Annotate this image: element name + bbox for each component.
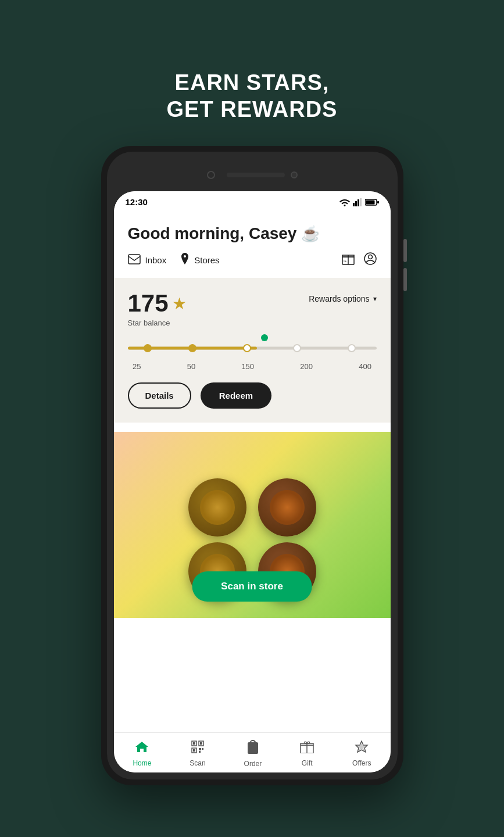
battery-icon	[365, 198, 379, 206]
app-content[interactable]: Good morning, Casey ☕	[114, 210, 391, 732]
label-200: 200	[300, 362, 313, 371]
svg-rect-1	[355, 201, 357, 206]
action-buttons: Details Redeem	[128, 382, 377, 409]
status-icons	[339, 198, 379, 206]
gift-icon	[300, 741, 314, 757]
order-icon	[248, 740, 258, 757]
svg-rect-7	[128, 255, 140, 264]
nav-scan-label: Scan	[190, 759, 205, 767]
phone-outer: 12:30	[101, 146, 403, 785]
greeting-text: Good morning, Casey ☕	[128, 224, 377, 243]
nav-links: Inbox Stores	[128, 252, 377, 267]
greeting-label: Good morning, Casey	[128, 224, 297, 243]
profile-icon[interactable]	[364, 252, 377, 267]
progress-labels: 25 50 150 200 400	[128, 360, 377, 371]
label-150: 150	[241, 362, 254, 371]
svg-rect-21	[202, 748, 203, 750]
dot-150	[243, 344, 251, 352]
signal-icon	[353, 198, 362, 206]
svg-rect-2	[358, 199, 359, 206]
phone-notch-area	[107, 159, 398, 191]
volume-button-2[interactable]	[403, 268, 407, 291]
location-icon	[180, 253, 190, 267]
nav-home-label: Home	[133, 759, 151, 767]
dot-25	[144, 344, 152, 352]
label-25: 25	[133, 362, 141, 371]
stars-section: 175 ★ Star balance Rewards options ▾	[114, 278, 391, 423]
coffee-emoji: ☕	[301, 225, 320, 243]
greeting-section: Good morning, Casey ☕	[114, 210, 391, 277]
svg-text:G.: G.	[344, 259, 348, 263]
current-position-marker	[261, 334, 268, 341]
progress-bar-container	[128, 337, 377, 360]
status-bar: 12:30	[114, 191, 391, 210]
nav-icons-right: G.	[342, 252, 377, 267]
nav-offers-label: Offers	[352, 759, 371, 767]
stores-link[interactable]: Stores	[180, 253, 219, 267]
rewards-options-text: Rewards options	[309, 294, 369, 303]
scan-in-store-button[interactable]: Scan in store	[192, 571, 312, 602]
home-icon	[135, 741, 149, 757]
nav-item-offers[interactable]: Offers	[345, 741, 378, 767]
nav-item-home[interactable]: Home	[126, 741, 158, 767]
camera-left	[207, 171, 215, 179]
offers-icon	[355, 741, 369, 757]
hero-section: EARN STARS, GET REWARDS	[167, 0, 338, 123]
nav-item-scan[interactable]: Scan	[183, 741, 212, 767]
stores-label: Stores	[194, 255, 219, 265]
progress-section: 25 50 150 200 400	[128, 337, 377, 371]
volume-button-1[interactable]	[403, 239, 407, 262]
status-time: 12:30	[126, 197, 148, 207]
hero-title: EARN STARS, GET REWARDS	[167, 70, 338, 123]
nav-item-order[interactable]: Order	[237, 740, 269, 768]
svg-rect-6	[377, 201, 379, 203]
redeem-button[interactable]: Redeem	[201, 382, 271, 409]
rewards-options-btn[interactable]: Rewards options ▾	[309, 294, 376, 303]
stars-header: 175 ★ Star balance Rewards options ▾	[128, 289, 377, 327]
label-50: 50	[187, 362, 195, 371]
svg-rect-5	[366, 200, 374, 204]
star-balance-left: 175 ★ Star balance	[128, 289, 187, 327]
label-400: 400	[359, 362, 371, 371]
dot-200	[293, 344, 301, 352]
nav-item-gift[interactable]: Gift	[293, 741, 321, 767]
food-banner: Scan in store	[114, 432, 391, 618]
star-number: 175	[128, 289, 169, 317]
speaker	[227, 173, 285, 177]
phone-wrapper: 12:30	[101, 146, 403, 785]
star-count-row: 175 ★	[128, 289, 187, 317]
svg-point-13	[368, 255, 372, 259]
inbox-label: Inbox	[145, 255, 167, 265]
gift-card-icon[interactable]: G.	[342, 252, 355, 267]
dot-50	[188, 344, 196, 352]
nav-order-label: Order	[244, 760, 262, 768]
scan-icon	[191, 741, 204, 757]
svg-rect-22	[199, 751, 201, 753]
bottom-nav: Home	[114, 732, 391, 772]
nav-gift-label: Gift	[302, 759, 313, 767]
svg-rect-18	[200, 742, 202, 745]
phone-inner: 12:30	[107, 152, 398, 779]
inbox-icon	[128, 254, 141, 266]
wifi-icon	[339, 198, 350, 206]
svg-rect-0	[353, 203, 355, 206]
svg-rect-20	[199, 748, 201, 750]
dot-400	[348, 344, 356, 352]
star-label: Star balance	[128, 319, 187, 327]
svg-rect-17	[193, 742, 195, 745]
camera-right	[291, 171, 298, 178]
svg-rect-19	[193, 749, 195, 752]
chevron-down-icon: ▾	[373, 295, 377, 303]
star-icon-gold: ★	[172, 294, 187, 313]
inbox-link[interactable]: Inbox	[128, 254, 167, 266]
phone-screen: 12:30	[114, 191, 391, 772]
svg-rect-3	[360, 198, 362, 206]
details-button[interactable]: Details	[128, 382, 191, 409]
